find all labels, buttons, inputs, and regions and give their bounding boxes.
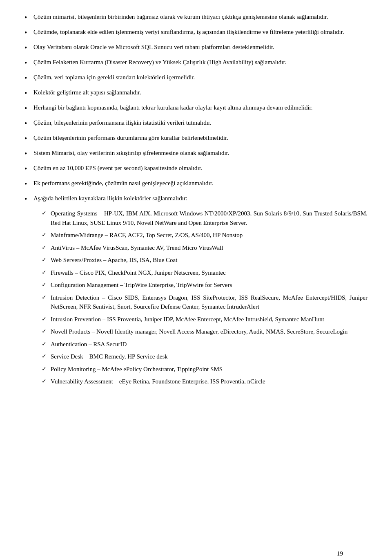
check-item-text-4: Web Servers/Proxies – Apache, IIS, ISA, …	[51, 255, 368, 265]
bullet-item-9: •Çözüm bileşenlerinin performans durumla…	[24, 133, 368, 144]
bullet-item-text-11: Çözüm en az 10,000 EPS (event per second…	[33, 164, 368, 173]
check-item-text-7: Intrusion Detection – Cisco SIDS, Entera…	[51, 293, 368, 311]
check-symbol: ✓	[42, 352, 51, 361]
check-item-4: ✓Web Servers/Proxies – Apache, IIS, ISA,…	[33, 255, 368, 265]
check-list-container: ✓Operating Systems – HP-UX, IBM AIX, Mic…	[24, 209, 368, 386]
bullet-symbol: •	[24, 103, 33, 114]
bullet-item-text-9: Çözüm bileşenlerinin performans durumlar…	[33, 133, 368, 143]
check-item-6: ✓Configuration Management – TripWire Ent…	[33, 280, 368, 290]
check-symbol: ✓	[42, 243, 51, 252]
check-symbol: ✓	[42, 268, 51, 277]
check-item-text-8: Intrusion Prevention – ISS Proventia, Ju…	[51, 315, 368, 324]
check-item-text-6: Configuration Management – TripWire Ente…	[51, 280, 368, 290]
bullet-item-4: •Çözüm Felaketten Kurtarma (Disaster Rec…	[24, 58, 368, 69]
content-area: •Çözüm mimarisi, bileşenlerin birbirinde…	[24, 12, 368, 386]
check-item-12: ✓Policy Monitoring – McAfee ePolicy Orch…	[33, 365, 368, 374]
check-symbol: ✓	[42, 327, 51, 336]
check-item-text-5: Firewalls – Cisco PIX, CheckPoint NGX, J…	[51, 268, 368, 278]
bullet-item-8: •Çözüm, bileşenlerinin performansına ili…	[24, 118, 368, 129]
check-item-8: ✓Intrusion Prevention – ISS Proventia, J…	[33, 315, 368, 324]
check-item-10: ✓Authentication – RSA SecurID	[33, 340, 368, 349]
bullet-symbol: •	[24, 88, 33, 99]
check-symbol: ✓	[42, 377, 51, 385]
bullet-item-6: •Kolektör geliştirme alt yapısı sağlanma…	[24, 88, 368, 99]
page-number: 19	[337, 549, 343, 558]
check-symbol: ✓	[42, 280, 51, 289]
check-symbol: ✓	[42, 209, 51, 217]
check-symbol: ✓	[42, 365, 51, 373]
check-symbol: ✓	[42, 231, 51, 239]
bullet-item-text-4: Çözüm Felaketten Kurtarma (Disaster Reco…	[33, 58, 368, 67]
bullet-symbol: •	[24, 58, 33, 69]
check-item-text-3: AntiVirus – McAfee VirusScan, Symantec A…	[51, 243, 368, 253]
page-wrapper: •Çözüm mimarisi, bileşenlerin birbirinde…	[24, 12, 368, 558]
bullet-item-text-3: Olay Veritabanı olarak Oracle ve Microso…	[33, 43, 368, 52]
bullet-item-text-13: Aşağıda belirtilen kaynaklara ilişkin ko…	[33, 194, 368, 203]
bullet-symbol: •	[24, 194, 33, 205]
bullet-item-13: •Aşağıda belirtilen kaynaklara ilişkin k…	[24, 194, 368, 205]
bullet-symbol: •	[24, 148, 33, 159]
bullet-item-text-7: Herhangi bir bağlantı kopmasında, bağlan…	[33, 103, 368, 112]
bullet-item-text-12: Ek performans gerektiğinde, çözümün nası…	[33, 179, 368, 188]
bullet-item-text-5: Çözüm, veri toplama için gerekli standar…	[33, 73, 368, 82]
bullet-symbol: •	[24, 118, 33, 129]
check-item-1: ✓Operating Systems – HP-UX, IBM AIX, Mic…	[33, 209, 368, 227]
bullet-item-3: •Olay Veritabanı olarak Oracle ve Micros…	[24, 43, 368, 54]
bullet-item-1: •Çözüm mimarisi, bileşenlerin birbirinde…	[24, 12, 368, 23]
check-item-text-9: Novell Products – Novell Identity manage…	[51, 327, 368, 336]
bullet-item-11: •Çözüm en az 10,000 EPS (event per secon…	[24, 164, 368, 175]
bullet-symbol: •	[24, 27, 33, 38]
check-item-text-13: Vulnerability Assessment – eEye Retina, …	[51, 377, 368, 386]
bullet-item-5: •Çözüm, veri toplama için gerekli standa…	[24, 73, 368, 84]
check-item-11: ✓Service Desk – BMC Remedy, HP Service d…	[33, 352, 368, 361]
bullet-item-text-1: Çözüm mimarisi, bileşenlerin birbirinden…	[33, 12, 368, 22]
bullet-item-text-2: Çözümde, toplanarak elde edilen işlenmem…	[33, 27, 368, 37]
check-item-text-12: Policy Monitoring – McAfee ePolicy Orche…	[51, 365, 368, 374]
bullet-item-text-6: Kolektör geliştirme alt yapısı sağlanmal…	[33, 88, 368, 97]
check-item-3: ✓AntiVirus – McAfee VirusScan, Symantec …	[33, 243, 368, 253]
check-item-13: ✓Vulnerability Assessment – eEye Retina,…	[33, 377, 368, 386]
check-item-text-1: Operating Systems – HP-UX, IBM AIX, Micr…	[51, 209, 368, 227]
check-symbol: ✓	[42, 340, 51, 348]
bullet-symbol: •	[24, 164, 33, 175]
bullet-symbol: •	[24, 179, 33, 190]
check-item-2: ✓Mainframe/Midrange – RACF, ACF2, Top Se…	[33, 231, 368, 240]
check-item-text-2: Mainframe/Midrange – RACF, ACF2, Top Sec…	[51, 231, 368, 240]
check-symbol: ✓	[42, 293, 51, 302]
bullet-symbol: •	[24, 43, 33, 54]
bullet-item-2: •Çözümde, toplanarak elde edilen işlenme…	[24, 27, 368, 38]
check-item-9: ✓Novell Products – Novell Identity manag…	[33, 327, 368, 336]
bullet-list: •Çözüm mimarisi, bileşenlerin birbirinde…	[24, 12, 368, 386]
bullet-item-7: •Herhangi bir bağlantı kopmasında, bağla…	[24, 103, 368, 114]
check-symbol: ✓	[42, 255, 51, 264]
check-item-text-11: Service Desk – BMC Remedy, HP Service de…	[51, 352, 368, 361]
bullet-item-12: •Ek performans gerektiğinde, çözümün nas…	[24, 179, 368, 190]
check-list: ✓Operating Systems – HP-UX, IBM AIX, Mic…	[33, 209, 368, 386]
bullet-item-10: •Sistem Mimarisi, olay verilerinin sıkış…	[24, 148, 368, 159]
check-item-text-10: Authentication – RSA SecurID	[51, 340, 368, 349]
check-item-5: ✓Firewalls – Cisco PIX, CheckPoint NGX, …	[33, 268, 368, 278]
check-symbol: ✓	[42, 315, 51, 323]
bullet-symbol: •	[24, 73, 33, 84]
bullet-item-text-10: Sistem Mimarisi, olay verilerinin sıkışt…	[33, 148, 368, 158]
check-item-7: ✓Intrusion Detection – Cisco SIDS, Enter…	[33, 293, 368, 311]
bullet-symbol: •	[24, 12, 33, 23]
bullet-symbol: •	[24, 133, 33, 144]
bullet-item-text-8: Çözüm, bileşenlerinin performansına iliş…	[33, 118, 368, 128]
